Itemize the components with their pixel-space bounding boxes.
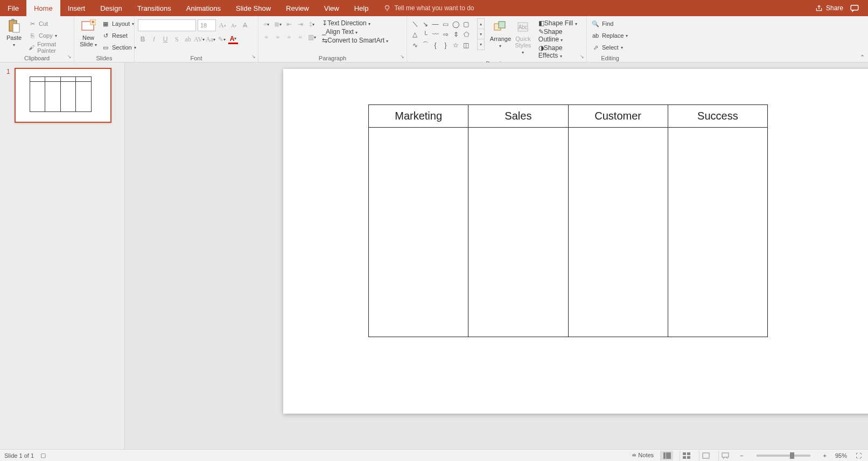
- clear-format-icon[interactable]: A̶: [240, 20, 250, 30]
- table-body-1[interactable]: [369, 128, 468, 337]
- decrease-font-icon[interactable]: A▾: [229, 20, 239, 30]
- italic-icon[interactable]: I: [149, 34, 159, 44]
- align-center-icon[interactable]: ≡: [273, 32, 283, 42]
- table-col-2[interactable]: Sales: [468, 105, 568, 337]
- zoom-level[interactable]: 95%: [835, 452, 847, 459]
- gallery-down-icon[interactable]: ▾: [478, 29, 484, 39]
- font-color-icon[interactable]: A▾: [228, 34, 238, 44]
- table-header-1[interactable]: Marketing: [369, 105, 468, 128]
- reading-view-button[interactable]: [699, 451, 712, 460]
- shape-lbrace-icon[interactable]: {: [431, 40, 440, 50]
- zoom-slider[interactable]: [757, 455, 810, 457]
- indent-dec-icon[interactable]: ⇤: [284, 19, 294, 29]
- arrange-button[interactable]: Arrange▾: [489, 18, 512, 51]
- align-text-button[interactable]: ⎯Align Text ▾: [322, 28, 388, 36]
- bullets-icon[interactable]: ≡▾: [262, 19, 271, 29]
- table-body-4[interactable]: [668, 128, 767, 337]
- reset-button[interactable]: ↺Reset: [100, 30, 137, 41]
- paragraph-dialog-launcher[interactable]: [399, 54, 405, 61]
- tab-review[interactable]: Review: [278, 0, 317, 16]
- tab-animations[interactable]: Animations: [179, 0, 228, 16]
- tab-help[interactable]: Help: [347, 0, 376, 16]
- normal-view-button[interactable]: [660, 451, 673, 460]
- find-button[interactable]: 🔍Find: [590, 18, 629, 29]
- shape-arrow-line-icon[interactable]: ↘: [421, 19, 430, 29]
- format-painter-button[interactable]: 🖌Format Painter: [27, 42, 71, 53]
- table-body-3[interactable]: [569, 128, 668, 337]
- shape-effects-button[interactable]: ◑Shape Effects ▾: [538, 44, 583, 59]
- convert-smartart-button[interactable]: ⇆Convert to SmartArt ▾: [322, 37, 388, 44]
- numbering-icon[interactable]: ≣▾: [273, 19, 283, 29]
- quick-styles-button[interactable]: Abc Quick Styles ▾: [512, 18, 534, 57]
- section-button[interactable]: ▭Section ▾: [100, 42, 137, 53]
- shape-action-icon[interactable]: ◫: [461, 40, 471, 50]
- slideshow-view-button[interactable]: [718, 451, 731, 460]
- tab-design[interactable]: Design: [93, 0, 129, 16]
- share-button[interactable]: Share: [815, 4, 843, 12]
- tab-slideshow[interactable]: Slide Show: [228, 0, 278, 16]
- sorter-view-button[interactable]: [680, 451, 692, 460]
- tell-me-search[interactable]: Tell me what you want to do: [376, 0, 474, 16]
- zoom-in-button[interactable]: +: [821, 452, 829, 459]
- table-col-1[interactable]: Marketing: [369, 105, 468, 337]
- shape-fill-button[interactable]: ◧Shape Fill ▾: [538, 19, 583, 27]
- spell-check-icon[interactable]: ▢: [40, 452, 46, 459]
- replace-button[interactable]: abReplace ▾: [590, 30, 629, 41]
- paste-button[interactable]: Paste▾: [3, 17, 25, 50]
- shape-rect-icon[interactable]: ▭: [441, 19, 450, 29]
- bold-icon[interactable]: B: [138, 34, 148, 44]
- slide-1[interactable]: Marketing Sales Customer Success: [283, 69, 868, 414]
- shape-elbow-icon[interactable]: └: [421, 30, 430, 39]
- clipboard-dialog-launcher[interactable]: [66, 54, 73, 61]
- cut-button[interactable]: ✂Cut: [27, 18, 71, 29]
- fit-to-window-button[interactable]: ⛶: [853, 452, 864, 459]
- select-button[interactable]: ⬀Select ▾: [590, 42, 629, 53]
- shapes-gallery[interactable]: ＼ ↘ — ▭ ◯ ▢ △ └ 〰 ⇨ ⇕ ⬠ ∿ ⌒ { } ☆: [410, 18, 476, 50]
- shape-curve-icon[interactable]: ∿: [410, 40, 419, 50]
- shadow-icon[interactable]: ab: [183, 34, 193, 44]
- layout-button[interactable]: ▦Layout ▾: [100, 18, 137, 29]
- increase-font-icon[interactable]: A▴: [218, 20, 227, 30]
- slide-canvas-area[interactable]: Marketing Sales Customer Success: [125, 62, 868, 449]
- strike-icon[interactable]: S: [172, 34, 181, 44]
- shape-line-icon[interactable]: ＼: [410, 19, 419, 29]
- align-right-icon[interactable]: ≡: [284, 32, 294, 42]
- tab-transitions[interactable]: Transitions: [130, 0, 179, 16]
- zoom-out-button[interactable]: −: [738, 452, 745, 459]
- table-col-4[interactable]: Success: [668, 105, 767, 337]
- font-size-input[interactable]: [198, 19, 216, 31]
- text-direction-button[interactable]: ↧Text Direction ▾: [322, 19, 388, 27]
- tab-insert[interactable]: Insert: [60, 0, 93, 16]
- zoom-slider-thumb[interactable]: [790, 452, 794, 459]
- slide-thumbnail-1[interactable]: [15, 68, 111, 123]
- tab-file[interactable]: File: [0, 0, 26, 16]
- slide-thumbnail-pane[interactable]: 1: [0, 62, 125, 449]
- shape-roundrect-icon[interactable]: ▢: [461, 19, 471, 29]
- line-spacing-icon[interactable]: ‡▾: [307, 19, 317, 29]
- shapes-gallery-more[interactable]: ▴ ▾ ▾: [477, 18, 485, 50]
- shape-rbrace-icon[interactable]: }: [441, 40, 450, 50]
- align-left-icon[interactable]: ≡: [262, 32, 271, 42]
- comments-icon[interactable]: [850, 3, 859, 13]
- drawing-dialog-launcher[interactable]: [579, 54, 585, 61]
- table-header-4[interactable]: Success: [668, 105, 767, 128]
- new-slide-button[interactable]: ✶ New Slide ▾: [78, 17, 99, 50]
- copy-button[interactable]: ⎘Copy ▾: [27, 30, 71, 41]
- shape-updown-icon[interactable]: ⇕: [451, 30, 460, 39]
- collapse-ribbon-button[interactable]: ⌃: [858, 53, 866, 61]
- justify-icon[interactable]: ≡: [296, 32, 305, 42]
- shape-arc-icon[interactable]: ⌒: [421, 40, 430, 50]
- font-name-input[interactable]: [138, 19, 196, 31]
- columns-icon[interactable]: ▥▾: [307, 32, 317, 42]
- highlight-icon[interactable]: ✎▾: [217, 34, 227, 44]
- tab-home[interactable]: Home: [26, 0, 60, 16]
- underline-icon[interactable]: U: [160, 34, 170, 44]
- shape-triangle-icon[interactable]: △: [410, 30, 419, 39]
- slide-table[interactable]: Marketing Sales Customer Success: [368, 104, 768, 337]
- shape-callout-icon[interactable]: ⬠: [461, 30, 471, 39]
- shape-freeform-icon[interactable]: 〰: [431, 30, 440, 39]
- shape-oval-icon[interactable]: ◯: [451, 19, 460, 29]
- table-body-2[interactable]: [468, 128, 568, 337]
- gallery-up-icon[interactable]: ▴: [478, 19, 484, 29]
- tab-view[interactable]: View: [317, 0, 347, 16]
